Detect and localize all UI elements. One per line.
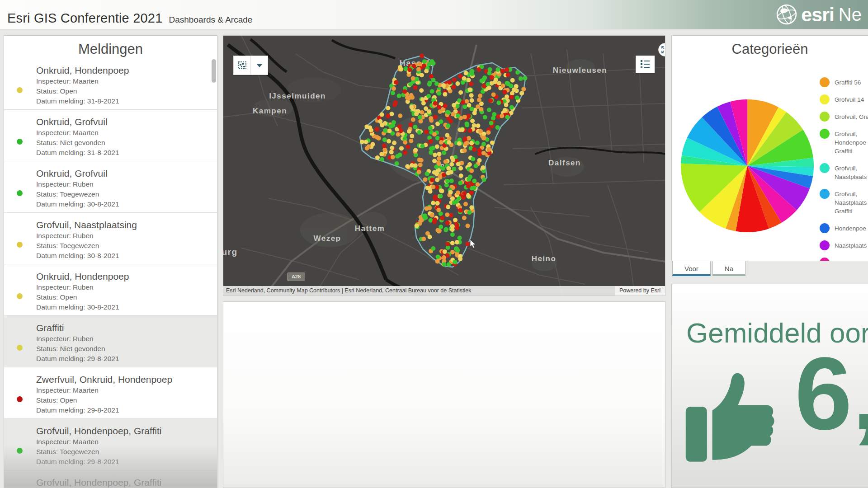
melding-list-item[interactable]: Grofvuil, NaastplaatsingInspecteur: Rube…	[4, 213, 217, 264]
city-label: IJsselmuiden	[269, 92, 326, 100]
categories-title: Categorieën	[672, 36, 868, 57]
status-dot	[17, 345, 23, 351]
melding-status: Status: Open	[36, 86, 208, 96]
chevron-down-icon	[256, 63, 263, 68]
melding-title: Zwerfvuil, Onkruid, Hondenpoep	[36, 373, 208, 385]
esri-globe-icon	[776, 4, 797, 25]
list-scrollbar-thumb[interactable]	[212, 59, 216, 83]
melding-status: Status: Open	[36, 395, 208, 405]
legend-list-icon	[640, 59, 651, 69]
legend-swatch	[820, 163, 830, 173]
melding-title: Onkruid, Hondenpoep	[36, 270, 208, 282]
esri-logo: esri Ne	[776, 4, 862, 25]
melding-list-item[interactable]: Onkruid, HondenpoepInspecteur: RubenStat…	[4, 264, 217, 316]
esri-logo-text: esri	[801, 4, 834, 25]
gemiddeld-panel: Gemiddeld oor 6,	[671, 284, 868, 488]
page-title: Esri GIS Conferentie 2021	[7, 11, 163, 26]
melding-inspecteur: Inspecteur: Ruben	[36, 282, 208, 292]
attribution-text: Esri Nederland, Community Map Contributo…	[226, 287, 471, 294]
map-panel[interactable]: HasseltNieuwleusenIJsselmuidenKampenDalf…	[223, 35, 665, 296]
melding-inspecteur: Inspecteur: Maarten	[36, 128, 208, 138]
meldingen-list: Onkruid, HondenpoepInspecteur: MaartenSt…	[4, 58, 217, 488]
tab-voor[interactable]: Voor	[672, 261, 711, 276]
tab-na[interactable]: Na	[712, 261, 745, 276]
status-dot	[17, 190, 23, 196]
melding-datum: Datum melding: 29-8-2021	[36, 405, 208, 415]
legend-swatch	[820, 94, 830, 104]
city-label: Heino	[532, 254, 557, 263]
thumbs-up-icon	[682, 357, 788, 470]
melding-status: Status: Toegewezen	[36, 241, 208, 251]
map-canvas[interactable]: HasseltNieuwleusenIJsselmuidenKampenDalf…	[223, 36, 665, 296]
melding-list-item[interactable]: Onkruid, HondenpoepInspecteur: MaartenSt…	[4, 58, 217, 110]
melding-datum: Datum melding: 30-8-2021	[36, 199, 208, 209]
esri-logo-suffix: Ne	[839, 4, 862, 25]
legend-label: Grofvuil 14	[835, 95, 864, 104]
melding-datum: Datum melding: 31-8-2021	[36, 96, 208, 106]
legend-label: Grofvuil,Naastplaats	[835, 164, 867, 181]
legend-swatch	[820, 223, 830, 233]
legend-swatch	[820, 77, 830, 87]
legend-label: Graffiti 56	[835, 78, 861, 87]
map-select-icon	[237, 61, 247, 70]
status-dot	[17, 87, 23, 93]
legend-label: Grofvuil, Gra	[835, 113, 868, 121]
melding-inspecteur: Inspecteur: Maarten	[36, 76, 208, 86]
meldingen-title: Meldingen	[4, 36, 217, 57]
melding-datum: Datum melding: 31-8-2021	[36, 148, 208, 158]
melding-status: Status: Niet gevonden	[36, 138, 208, 148]
header-titles: Esri GIS Conferentie 2021 Dashboards & A…	[7, 0, 252, 29]
city-label: Dalfsen	[548, 159, 581, 167]
map-tool-dropdown-button[interactable]	[250, 56, 268, 75]
melding-inspecteur: Inspecteur: Maarten	[36, 385, 208, 395]
city-label: Hattem	[355, 224, 385, 233]
chart-tabs: VoorNa	[672, 261, 747, 276]
city-label: Kampen	[253, 107, 287, 115]
legend-label: Grofvuil,HondenpoeGraffiti	[835, 130, 866, 155]
legend-swatch	[820, 112, 830, 122]
city-label: Wezep	[313, 234, 341, 243]
melding-list-item[interactable]: Grofvuil, Hondenpoep, GraffitiInspecteur…	[4, 470, 217, 488]
categories-pie-chart[interactable]	[681, 99, 815, 233]
melding-list-item[interactable]: Onkruid, GrofvuilInspecteur: MaartenStat…	[4, 110, 217, 161]
legend-swatch	[820, 189, 830, 199]
legend-label: Naastplaats	[835, 258, 867, 261]
melding-datum: Datum melding: 30-8-2021	[36, 251, 208, 261]
status-dot	[17, 448, 23, 454]
status-dot	[17, 139, 23, 145]
melding-list-item[interactable]: Grofvuil, Hondenpoep, GraffitiInspecteur…	[4, 419, 217, 470]
melding-inspecteur: Inspecteur: Ruben	[36, 231, 208, 241]
melding-title: Grofvuil, Hondenpoep, Graffiti	[36, 476, 208, 488]
status-dot	[17, 293, 23, 299]
melding-title: Graffiti	[36, 322, 208, 334]
melding-list-item[interactable]: GraffitiInspecteur: RubenStatus: Niet ge…	[4, 316, 217, 367]
legend-swatch	[820, 129, 830, 139]
meldingen-panel: Meldingen Onkruid, HondenpoepInspecteur:…	[4, 35, 217, 488]
melding-inspecteur: Inspecteur: Ruben	[36, 334, 208, 344]
map-select-tool-button[interactable]	[234, 56, 250, 75]
powered-by-esri: Powered by Esri	[615, 286, 665, 296]
melding-datum: Datum melding: 29-8-2021	[36, 457, 208, 467]
map-legend-button[interactable]	[636, 56, 655, 73]
legend-swatch	[820, 258, 830, 261]
melding-title: Onkruid, Hondenpoep	[36, 64, 208, 76]
melding-datum: Datum melding: 29-8-2021	[36, 354, 208, 364]
legend-label: Hondenpoe	[835, 224, 866, 233]
list-scrollbar[interactable]	[212, 58, 216, 488]
melding-title: Grofvuil, Hondenpoep, Graffiti	[36, 425, 208, 437]
city-label: urg	[223, 247, 238, 257]
gemiddeld-value: 6,	[795, 342, 868, 445]
road-shield-a28: A28	[287, 272, 305, 281]
melding-datum: Datum melding: 30-8-2021	[36, 302, 208, 312]
status-dot	[17, 396, 23, 402]
mouse-cursor	[470, 239, 476, 250]
melding-status: Status: Open	[36, 292, 208, 302]
melding-list-item[interactable]: Onkruid, GrofvuilInspecteur: RubenStatus…	[4, 161, 217, 213]
melding-status: Status: Toegewezen	[36, 447, 208, 457]
status-dot	[17, 242, 23, 248]
melding-list-item[interactable]: Zwerfvuil, Onkruid, HondenpoepInspecteur…	[4, 367, 217, 419]
legend-label: Naastplaats	[835, 241, 867, 250]
map-toolbar	[233, 56, 268, 75]
melding-inspecteur: Inspecteur: Ruben	[36, 179, 208, 189]
legend-swatch	[820, 240, 830, 250]
